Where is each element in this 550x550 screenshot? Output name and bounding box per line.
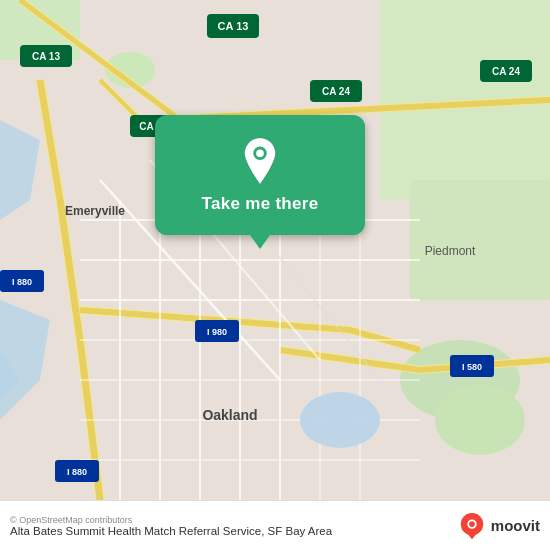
svg-text:I 980: I 980: [207, 327, 227, 337]
osm-copyright: © OpenStreetMap contributors: [10, 515, 132, 525]
osm-attribution: © OpenStreetMap contributors: [10, 515, 332, 525]
svg-point-23: [300, 392, 380, 448]
svg-text:CA 13: CA 13: [218, 20, 249, 32]
svg-text:Oakland: Oakland: [202, 407, 257, 423]
bottom-bar: © OpenStreetMap contributors Alta Bates …: [0, 500, 550, 550]
svg-point-8: [435, 385, 525, 455]
location-info: © OpenStreetMap contributors Alta Bates …: [10, 514, 332, 537]
svg-text:Emeryville: Emeryville: [65, 204, 125, 218]
popup-box: Take me there: [155, 115, 365, 235]
moovit-text: moovit: [491, 517, 540, 534]
location-pin-icon: [239, 136, 281, 186]
svg-text:I 880: I 880: [67, 467, 87, 477]
map-background: CA 13 CA 13 CA 24 CA 24 CA 123 I 880 I 8…: [0, 0, 550, 500]
popup-container: Take me there: [155, 115, 365, 235]
svg-text:CA 24: CA 24: [492, 66, 520, 77]
svg-text:I 880: I 880: [12, 277, 32, 287]
svg-text:Piedmont: Piedmont: [425, 244, 476, 258]
svg-text:I 580: I 580: [462, 362, 482, 372]
svg-point-46: [256, 149, 264, 157]
svg-text:CA 24: CA 24: [322, 86, 350, 97]
take-me-there-button[interactable]: Take me there: [202, 194, 319, 214]
moovit-icon: [458, 512, 486, 540]
svg-text:CA 13: CA 13: [32, 51, 60, 62]
moovit-logo[interactable]: moovit: [458, 512, 540, 540]
svg-rect-4: [410, 180, 550, 300]
location-name: Alta Bates Summit Health Match Referral …: [10, 525, 332, 537]
svg-point-49: [469, 521, 475, 527]
map-container[interactable]: CA 13 CA 13 CA 24 CA 24 CA 123 I 880 I 8…: [0, 0, 550, 500]
